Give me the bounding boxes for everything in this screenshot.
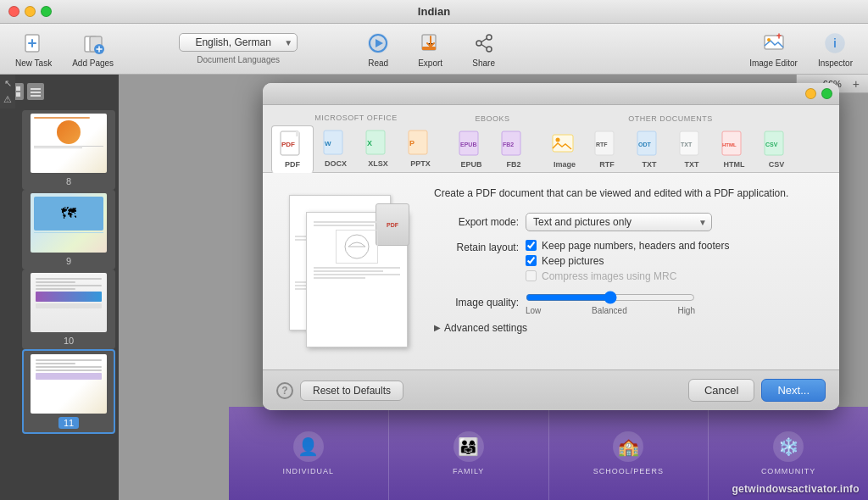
fb2-icon: FB2: [498, 130, 529, 160]
minimize-button[interactable]: [25, 6, 36, 17]
read-button[interactable]: Read: [356, 26, 400, 71]
new-task-button[interactable]: New Task: [8, 26, 58, 71]
advanced-arrow-icon: ▶: [434, 323, 441, 332]
image-editor-label: Image Editor: [749, 58, 798, 68]
close-button[interactable]: [8, 6, 19, 17]
read-label: Read: [368, 58, 388, 68]
sidebar-page-10[interactable]: 10: [22, 269, 115, 349]
image-quality-row: Image quality: Low Balanced High: [434, 291, 826, 315]
check-page-numbers-label[interactable]: Keep page numbers, headers and footers: [542, 240, 729, 252]
sidebar-thumbnails: 8 🗺 9: [3, 110, 115, 434]
help-button[interactable]: ?: [276, 382, 293, 399]
reset-defaults-button[interactable]: Reset to Defaults: [300, 381, 403, 401]
ebooks-formats: EPUB EPUB FB2: [451, 126, 534, 172]
svg-rect-12: [765, 36, 783, 49]
format-html-button[interactable]: HTML HTML: [714, 126, 754, 172]
dialog-maximize-button[interactable]: [821, 88, 832, 99]
next-button[interactable]: Next...: [761, 379, 826, 402]
svg-point-10: [487, 47, 492, 52]
image-editor-button[interactable]: Image Editor: [743, 26, 804, 71]
other-docs-label: OTHER DOCUMENTS: [628, 114, 713, 123]
sidebar-page-8[interactable]: 8: [22, 110, 115, 190]
txt-label: TXT: [685, 160, 699, 169]
format-xlsx-button[interactable]: X XLSX: [358, 125, 398, 172]
export-mode-select-wrap[interactable]: Text and pictures onlyText onlyPictures …: [526, 213, 712, 231]
format-image-button[interactable]: Image: [544, 126, 585, 172]
format-csv-button[interactable]: CSV CSV: [756, 126, 797, 172]
options-area: Create a PDF document that can be viewed…: [434, 186, 826, 356]
docx-label: DOCX: [325, 159, 347, 168]
export-icon: [417, 30, 444, 57]
check-page-numbers[interactable]: [526, 240, 537, 251]
zoom-plus-button[interactable]: +: [849, 78, 863, 90]
svg-text:i: i: [833, 36, 837, 50]
sidebar-tool-cursor[interactable]: ↖: [2, 78, 14, 89]
format-pdf-button[interactable]: PDF PDF: [271, 125, 314, 173]
banner-family-icon: 👨‍👩‍👧: [453, 431, 484, 462]
csv-icon: CSV: [761, 130, 792, 160]
inspector-button[interactable]: i Inspector: [811, 26, 860, 71]
retain-layout-row: Retain layout: Keep page numbers, header…: [434, 240, 826, 282]
export-button[interactable]: Export: [407, 26, 453, 71]
dialog-minimize-button[interactable]: [805, 88, 816, 99]
banner-individual: 👤 INDIVIDUAL: [229, 407, 389, 500]
banner-family: 👨‍👩‍👧 FAMILY: [389, 407, 549, 500]
svg-rect-21: [31, 92, 41, 93]
language-select-wrap[interactable]: English, German ▼: [179, 33, 298, 52]
svg-text:EPUB: EPUB: [460, 142, 476, 147]
sidebar-tool-warn[interactable]: ⚠: [2, 94, 14, 105]
banner-individual-label: INDIVIDUAL: [283, 467, 335, 475]
check-compress-label: Compress images using MRC: [542, 270, 676, 282]
svg-point-11: [476, 41, 481, 46]
svg-marker-25: [296, 131, 299, 136]
banner-school: 🏫 SCHOOL/PEERS: [549, 407, 709, 500]
preview-output-page: [306, 212, 408, 347]
preview-wrap: →: [281, 186, 416, 356]
retain-layout-block: Retain layout: Keep page numbers, header…: [434, 240, 826, 282]
dialog-footer: ? Reset to Defaults Cancel Next...: [263, 369, 839, 410]
thumb-label-10: 10: [64, 336, 74, 346]
quality-slider-wrap: Low Balanced High: [526, 291, 695, 315]
format-rtf-button[interactable]: RTF RTF: [587, 126, 627, 172]
add-pages-button[interactable]: Add Pages: [65, 26, 120, 71]
window-title: Indian: [418, 5, 450, 18]
format-odt-button[interactable]: ODT TXT: [629, 126, 670, 172]
advanced-settings-row[interactable]: ▶ Advanced settings: [434, 322, 826, 334]
banner-community-label: COMMUNITY: [761, 467, 816, 475]
export-mode-row: Export mode: Text and pictures onlyText …: [434, 213, 826, 231]
format-pptx-button[interactable]: P PPTX: [400, 125, 441, 172]
language-select[interactable]: English, German: [179, 33, 298, 52]
format-txt-button[interactable]: TXT TXT: [671, 126, 712, 172]
dialog-titlebar: [263, 83, 839, 105]
quality-ticks: Low Balanced High: [526, 306, 695, 315]
cancel-button[interactable]: Cancel: [688, 379, 754, 402]
export-mode-label: Export mode:: [434, 216, 519, 228]
odt-label: TXT: [643, 160, 657, 169]
add-pages-icon: [80, 30, 107, 57]
check-keep-pictures[interactable]: [526, 255, 537, 266]
svg-text:PDF: PDF: [281, 141, 295, 148]
content-area: − 66% + 👤 INDIVIDUAL 👨‍👩‍👧 FAMILY 🏫 SCHO…: [119, 75, 868, 500]
sidebar-page-9[interactable]: 🗺 9: [22, 190, 115, 269]
format-epub-button[interactable]: EPUB EPUB: [451, 126, 492, 172]
sidebar-page-11[interactable]: 11: [22, 349, 115, 434]
retain-checkboxes: Keep page numbers, headers and footers K…: [526, 240, 729, 282]
check-keep-pictures-row: Keep pictures: [526, 255, 729, 267]
quality-slider[interactable]: [526, 291, 695, 304]
export-mode-select[interactable]: Text and pictures onlyText onlyPictures …: [526, 213, 712, 231]
sidebar-list-toggle[interactable]: [27, 83, 44, 100]
format-fb2-button[interactable]: FB2 FB2: [493, 126, 534, 172]
thumb-label-9: 9: [66, 256, 71, 266]
check-keep-pictures-label[interactable]: Keep pictures: [542, 255, 604, 267]
svg-rect-17: [16, 86, 20, 91]
format-tabs: MICROSOFT OFFICE PDF PD: [263, 105, 839, 173]
maximize-button[interactable]: [41, 6, 52, 17]
share-button[interactable]: Share: [460, 26, 507, 71]
svg-text:TXT: TXT: [681, 142, 693, 147]
format-docx-button[interactable]: W DOCX: [315, 125, 356, 172]
svg-text:W: W: [325, 140, 331, 147]
ms-office-label: MICROSOFT OFFICE: [314, 114, 397, 122]
banner-family-label: FAMILY: [453, 467, 484, 475]
titlebar: Indian: [0, 0, 868, 24]
xlsx-icon: X: [363, 129, 393, 159]
